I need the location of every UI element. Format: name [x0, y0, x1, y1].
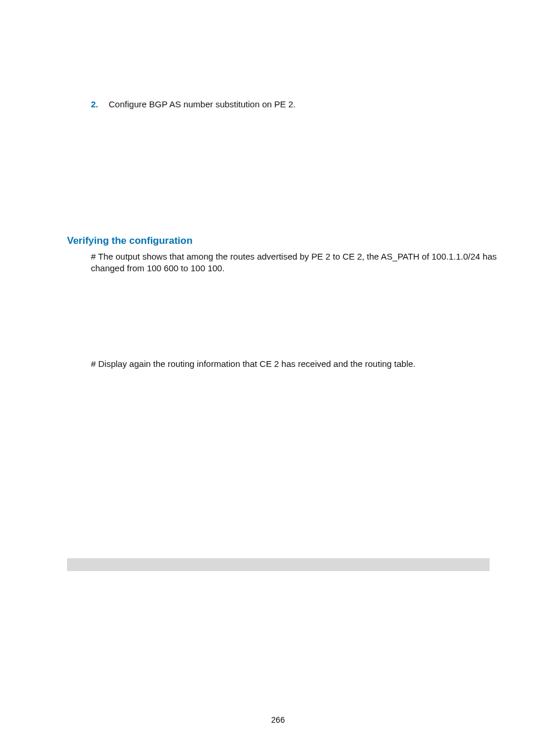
step-row: 2. Configure BGP AS number substitution … — [91, 99, 295, 109]
step-text: Configure BGP AS number substitution on … — [109, 99, 296, 109]
grey-divider-bar — [67, 558, 490, 571]
paragraph-display-note: # Display again the routing information … — [91, 359, 499, 369]
document-page: 2. Configure BGP AS number substitution … — [0, 0, 556, 756]
step-number: 2. — [91, 99, 98, 109]
paragraph-output-note: # The output shows that among the routes… — [91, 251, 499, 275]
section-heading: Verifying the configuration — [67, 235, 192, 247]
page-number: 266 — [0, 715, 556, 724]
